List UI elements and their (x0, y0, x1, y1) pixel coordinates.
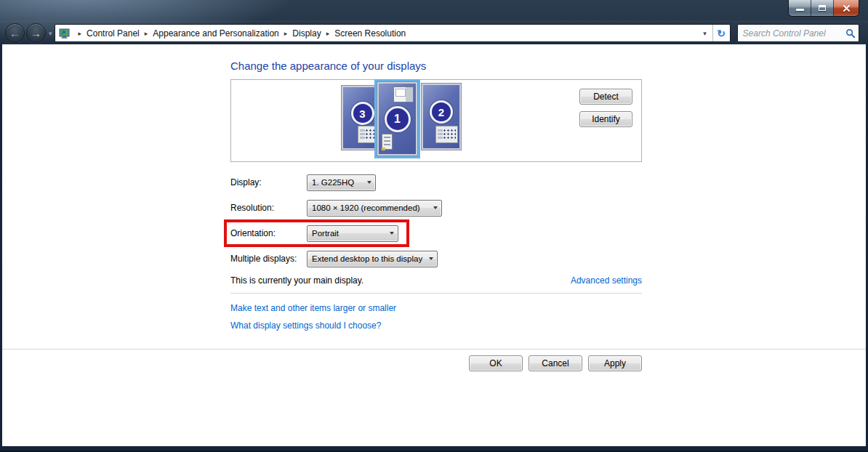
detect-button[interactable]: Detect (579, 89, 632, 105)
footer-buttons: OK Cancel Apply (230, 355, 642, 371)
identify-button[interactable]: Identify (579, 111, 632, 127)
monitor-1-selected[interactable]: 1 (377, 82, 417, 156)
recent-pages-chevron-icon[interactable]: ▾ (49, 30, 52, 37)
maximize-icon (819, 5, 826, 11)
back-button[interactable]: ← (5, 23, 25, 43)
orientation-select-value: Portrait (312, 229, 386, 238)
resolution-select-value: 1080 × 1920 (recommended) (312, 203, 430, 212)
document-preview-icon (382, 134, 393, 150)
resolution-label: Resolution: (230, 203, 307, 213)
monitor-2[interactable]: 2 (422, 84, 461, 150)
dropdown-arrow-icon (425, 257, 437, 260)
close-icon (842, 4, 851, 12)
close-button[interactable] (834, 0, 859, 16)
orientation-label: Orientation: (230, 228, 307, 238)
display-settings-form: Display: 1. G225HQ Resolution: 1080 × 19… (230, 174, 642, 267)
screen-resolution-icon (59, 28, 71, 39)
page-title: Change the appearance of your displays (230, 44, 642, 72)
window-preview-icon (393, 86, 414, 102)
footer-divider (2, 349, 866, 350)
address-dropdown-icon[interactable]: ▾ (698, 25, 712, 41)
search-box (737, 24, 859, 42)
apply-button[interactable]: Apply (588, 355, 642, 371)
display-select-value: 1. G225HQ (312, 178, 363, 187)
monitor-2-number: 2 (430, 100, 453, 124)
calculator-preview-icon (435, 126, 458, 143)
monitor-1-number: 1 (385, 106, 411, 132)
display-select[interactable]: 1. G225HQ (307, 174, 376, 191)
breadcrumb-item-appearance-personalization[interactable]: Appearance and Personalization (153, 28, 278, 39)
forward-button[interactable]: → (26, 23, 46, 43)
section-divider (230, 293, 642, 294)
window-controls (789, 0, 859, 16)
search-icon[interactable] (845, 28, 856, 39)
display-arrangement-panel: 3 1 2 Detect Identify (230, 79, 642, 162)
breadcrumb-arrow-icon: ▸ (284, 30, 288, 37)
main-display-status: This is currently your main display. (230, 275, 363, 286)
multiple-displays-select[interactable]: Extend desktop to this display (307, 251, 438, 267)
resolution-select[interactable]: 1080 × 1920 (recommended) (307, 200, 442, 217)
breadcrumb-item-screen-resolution[interactable]: Screen Resolution (334, 28, 406, 39)
content-area: Change the appearance of your displays 3… (2, 44, 866, 446)
display-settings-help-link[interactable]: What display settings should I choose? (230, 320, 642, 331)
minimize-button[interactable] (789, 0, 811, 16)
panel-buttons: Detect Identify (579, 89, 632, 127)
dropdown-arrow-icon (363, 181, 375, 184)
display-label: Display: (230, 177, 307, 187)
orientation-select[interactable]: Portrait (307, 225, 398, 242)
multiple-displays-select-value: Extend desktop to this display (312, 254, 425, 263)
back-arrow-icon: ← (9, 27, 20, 39)
title-bar[interactable] (0, 0, 868, 22)
breadcrumb-arrow-icon: ▸ (326, 30, 330, 37)
forward-arrow-icon: → (31, 27, 41, 39)
ok-button[interactable]: OK (469, 355, 523, 371)
breadcrumb-item-display[interactable]: Display (292, 28, 321, 39)
advanced-settings-link[interactable]: Advanced settings (571, 275, 642, 286)
breadcrumb-arrow-icon: ▸ (79, 30, 82, 37)
maximize-button[interactable] (811, 0, 834, 16)
dropdown-arrow-icon (430, 206, 441, 209)
minimize-icon (796, 9, 804, 11)
dropdown-arrow-icon (386, 232, 398, 235)
monitor-3-number: 3 (351, 102, 374, 125)
make-text-larger-link[interactable]: Make text and other items larger or smal… (230, 303, 642, 313)
breadcrumb-item-control-panel[interactable]: Control Panel (87, 28, 140, 39)
navigation-toolbar: ← → ▾ ▸ Control Panel ▸ Appearance and P… (0, 22, 868, 44)
search-input[interactable] (743, 28, 845, 39)
cancel-button[interactable]: Cancel (529, 355, 582, 371)
refresh-icon[interactable]: ↻ (712, 25, 730, 41)
breadcrumb-arrow-icon: ▸ (145, 30, 148, 37)
screen-resolution-window: ← → ▾ ▸ Control Panel ▸ Appearance and P… (0, 0, 868, 452)
multiple-displays-label: Multiple displays: (230, 254, 307, 264)
address-bar[interactable]: ▸ Control Panel ▸ Appearance and Persona… (55, 24, 731, 42)
